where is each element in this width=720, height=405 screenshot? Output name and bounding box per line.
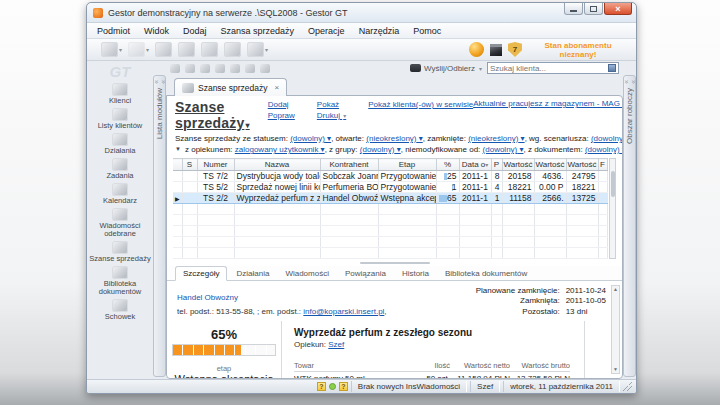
client-email-link[interactable]: info@koparski.insert.pl (303, 307, 384, 316)
search-input[interactable] (490, 64, 608, 73)
col-etap[interactable]: Etap (378, 159, 436, 171)
filter-zamkniete[interactable]: (nieokreślony) ▾ (468, 133, 525, 144)
tab-biblioteka-dokumentow[interactable]: Biblioteka dokumentów (438, 267, 534, 280)
splitter-handle[interactable] (167, 259, 622, 266)
menu-pomoc[interactable]: Pomoc (413, 26, 441, 36)
help-icon[interactable]: ? (339, 382, 348, 391)
sidebar-item-schowek[interactable]: Schowek (105, 299, 135, 321)
col-f[interactable]: F (598, 159, 607, 171)
mini-toolbar-icon-2[interactable] (185, 64, 195, 73)
scroll-up-icon[interactable]: ▲ (613, 286, 618, 293)
grid-vertical-scrollbar[interactable] (609, 158, 617, 259)
filter-status[interactable]: (dowolny) ▾ (290, 133, 331, 144)
toolbar-icon-7[interactable] (247, 42, 264, 57)
col-pct[interactable]: % (436, 159, 459, 171)
module-list-panel[interactable]: »» Lista modułów (153, 75, 166, 377)
col-numer[interactable]: Numer (197, 159, 234, 171)
toolbar-icon-3[interactable] (155, 42, 172, 57)
toolbar-icon-2[interactable] (128, 42, 145, 57)
sidebar-item-szanse-sprzedazy[interactable]: Szanse sprzedaży (89, 241, 150, 263)
table-row[interactable]: TS 5/2 Sprzedaż nowej linii kosmet Perfu… (173, 182, 607, 193)
toolbar-icon-1[interactable] (101, 42, 118, 57)
mini-toolbar-icon-6[interactable] (245, 64, 255, 73)
tab-dzialania[interactable]: Działania (229, 267, 276, 280)
print-link[interactable]: Drukuj ▾ (317, 111, 346, 120)
help-icon[interactable]: ? (317, 382, 326, 391)
mini-toolbar-icon-5[interactable] (230, 64, 240, 73)
toolbar-icon-6[interactable] (224, 42, 241, 57)
add-link[interactable]: Dodaj (268, 100, 295, 109)
col-p[interactable]: P (491, 159, 502, 171)
tab-powiazania[interactable]: Powiązania (338, 267, 393, 280)
close-button[interactable]: × (604, 3, 632, 15)
warehouse-link[interactable]: Aktualnie pracujesz z magazynem - MAG - … (473, 99, 623, 108)
filter-niemodyfikowane[interactable]: (dowolny) ▾ (483, 144, 524, 155)
show-client-link[interactable]: Pokaż klienta(-ów) w serwisie (368, 100, 473, 109)
sidebar-item-listy-klientow[interactable]: Listy klientów (98, 108, 143, 130)
toolbar-icon-5[interactable] (201, 42, 218, 57)
col-nazwa[interactable]: Nazwa (234, 159, 320, 171)
col-data[interactable]: Data o▾ (459, 159, 491, 171)
tab-historia[interactable]: Historia (395, 267, 436, 280)
filter-dokument[interactable]: (dowolny) ▾ (585, 144, 623, 155)
menu-widok[interactable]: Widok (144, 26, 169, 36)
show-link[interactable]: Pokaż (317, 100, 346, 109)
sidebar-item-wiadomosci[interactable]: Wiadomości odebrane (87, 208, 153, 238)
mini-toolbar-icon-4[interactable] (215, 64, 225, 73)
edit-link[interactable]: Popraw (268, 111, 295, 120)
sidebar-item-kalendarz[interactable]: Kalendarz (103, 183, 137, 205)
app-icon (93, 8, 103, 18)
sidebar-item-zadania[interactable]: Zadania (106, 158, 133, 180)
product-row[interactable]: WTK perfumy 50 ml 50 szt. 11.158,94 PLN … (294, 372, 574, 378)
mini-toolbar-icon-1[interactable] (170, 64, 180, 73)
menu-szansa-sprzedazy[interactable]: Szansa sprzedaży (221, 26, 295, 36)
mini-toolbar-icon-7[interactable] (260, 64, 270, 73)
maximize-button[interactable] (584, 3, 603, 15)
col-s[interactable]: S (182, 159, 197, 171)
chevron-down-icon[interactable]: ▾ (265, 46, 268, 53)
send-receive-button[interactable]: Wyślij/Odbierz ▾ (410, 64, 482, 73)
tab-szczegoly[interactable]: Szczegóły (175, 266, 227, 281)
client-search[interactable] (487, 62, 619, 74)
shield-icon[interactable]: 7 (508, 42, 522, 57)
filter-collapse-icon[interactable]: ▼ (175, 144, 181, 155)
page-title[interactable]: Szanse sprzedaży▾ (175, 99, 250, 131)
tab-close-icon[interactable]: × (274, 83, 279, 92)
chevron-down-icon[interactable]: ▾ (119, 46, 122, 53)
menu-dodaj[interactable]: Dodaj (183, 26, 207, 36)
col-kontrahent[interactable]: Kontrahent (320, 159, 378, 171)
toolbar-icon-4[interactable] (178, 42, 195, 57)
menu-podmiot[interactable]: Podmiot (97, 26, 130, 36)
table-row[interactable]: TS 7/2 Dystrybucja wody toaletowe Sobcza… (173, 171, 607, 182)
col-wartosc-1[interactable]: Wartość (502, 159, 534, 171)
col-wartosc-3[interactable]: Wartość (566, 159, 598, 171)
resize-grip[interactable] (623, 382, 632, 391)
sidebar-item-biblioteka[interactable]: Biblioteka dokumentów (87, 266, 153, 296)
caretaker-link[interactable]: Szef (328, 340, 344, 349)
titlebar[interactable]: Gestor demonstracyjny na serwerze .\SQL2… (87, 3, 636, 23)
sidebar-item-klienci[interactable]: Klienci (109, 83, 131, 105)
menu-operacje[interactable]: Operacje (308, 26, 345, 36)
sidebar-item-dzialania[interactable]: Działania (105, 133, 136, 155)
cube-icon[interactable] (490, 44, 502, 56)
scrollbar-thumb[interactable] (611, 171, 615, 197)
filter-otwarte[interactable]: (nieokreślony) ▾ (366, 133, 423, 144)
mini-toolbar-icon-3[interactable] (200, 64, 210, 73)
client-name-link[interactable]: Handel Obwoźny (177, 293, 238, 302)
filter-scenariusz[interactable]: (dowolny) ▾ (591, 133, 623, 144)
detail-scrollbar[interactable]: ▲ ▼ (611, 285, 620, 374)
chevron-down-icon[interactable]: ▾ (146, 46, 149, 53)
table-row-selected[interactable]: ▶ TS 2/2 Wyprzedaż perfum z zeszłe Hande… (173, 193, 607, 204)
search-icon[interactable] (608, 64, 616, 72)
tab-szanse-sprzedazy[interactable]: Szanse sprzedaży × (174, 78, 287, 96)
workspace-panel[interactable]: »» Obszar roboczy (623, 75, 636, 377)
tab-wiadomosci[interactable]: Wiadomości (278, 267, 336, 280)
filter-opiekun[interactable]: zalogowany użytkownik ▾ (235, 144, 325, 155)
product-col-towar: Towar (294, 361, 412, 372)
coin-icon[interactable] (469, 42, 484, 57)
menu-narzedzia[interactable]: Narzędzia (359, 26, 400, 36)
minimize-button[interactable] (564, 3, 583, 15)
col-wartosc-2[interactable]: Wartość (534, 159, 566, 171)
filter-grupa[interactable]: (dowolny) ▾ (360, 144, 401, 155)
scroll-down-icon[interactable]: ▼ (613, 366, 618, 373)
